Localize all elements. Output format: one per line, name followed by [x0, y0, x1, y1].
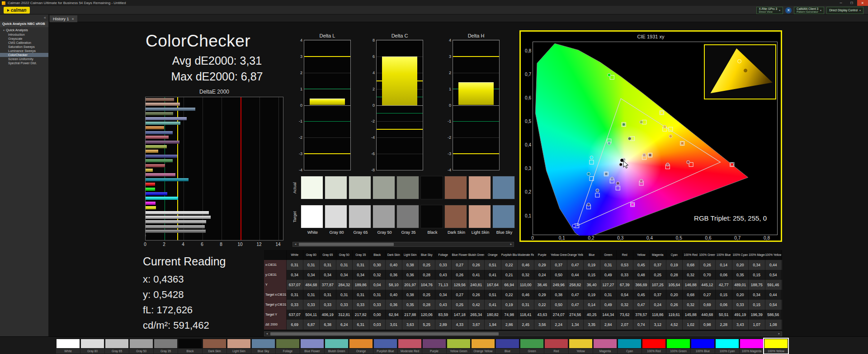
- sidebar-item-cms-calibration[interactable]: CMS Calibration: [0, 41, 48, 45]
- strip-swatch-blue[interactable]: Blue: [495, 339, 519, 354]
- table-cell: 491,19: [732, 310, 749, 320]
- sidebar-item-spectral-power-dist-[interactable]: Spectral Power Dist.: [0, 61, 48, 65]
- scroll-left-arrow[interactable]: ◄: [264, 332, 269, 336]
- strip-swatch-magenta[interactable]: Magenta: [593, 339, 617, 354]
- table-cell: 0,35: [402, 300, 419, 310]
- table-cell: 0,28: [419, 300, 435, 310]
- tab-close-icon[interactable]: ×: [72, 17, 74, 21]
- strip-swatch-gray-35[interactable]: Gray 35: [154, 339, 178, 354]
- pattern-generator-selector[interactable]: CalMAN Client 3 Pattern Generator ▾: [794, 7, 824, 14]
- strip-swatch-orange-yellow[interactable]: Orange Yellow: [471, 339, 495, 354]
- scroll-right-arrow[interactable]: ►: [777, 332, 782, 336]
- scroll-thumb[interactable]: [299, 243, 394, 246]
- sidebar-item-saturation-sweeps[interactable]: Saturation Sweeps: [0, 45, 48, 49]
- window-controls: ─ ☐ ✕: [835, 0, 868, 6]
- scroll-thumb[interactable]: [270, 332, 499, 335]
- strip-swatch-white[interactable]: White: [56, 339, 80, 354]
- close-button[interactable]: ✕: [857, 0, 868, 6]
- scroll-track[interactable]: [298, 242, 509, 246]
- strip-swatch-light-skin[interactable]: Light Skin: [227, 339, 251, 354]
- strip-swatch-100-cyan[interactable]: 100% Cyan: [715, 339, 739, 354]
- sidebar-root-node[interactable]: ▾ Quick Analysis: [0, 27, 48, 33]
- strip-swatch-color: [349, 339, 373, 349]
- display-control-selector[interactable]: Direct Display Control ▾: [826, 7, 863, 14]
- strip-swatch-color: [495, 339, 519, 349]
- collapse-sidebar-icon[interactable]: «: [44, 15, 46, 20]
- strip-swatch-100-magenta[interactable]: 100% Magenta: [740, 339, 764, 354]
- minimize-button[interactable]: ─: [835, 0, 846, 6]
- table-cell: 1,34: [567, 320, 584, 330]
- sidebar-item-introduction[interactable]: Introduction: [0, 33, 48, 37]
- strip-swatch-gray-50[interactable]: Gray 50: [129, 339, 153, 354]
- scroll-right-arrow[interactable]: ►: [509, 242, 514, 246]
- table-row-label: ΔE 2000: [264, 320, 287, 330]
- sidebar-item-luminance-sweeps[interactable]: Luminance Sweeps: [0, 49, 48, 53]
- table-cell: 3,01: [386, 320, 402, 330]
- strip-swatch-moderate-red[interactable]: Moderate Red: [398, 339, 422, 354]
- scroll-track[interactable]: [269, 332, 777, 336]
- strip-swatch-red[interactable]: Red: [544, 339, 568, 354]
- table-cell: 0,27: [452, 260, 468, 270]
- meter-mode: Direct View: [759, 10, 777, 14]
- strip-swatch-yellow-green[interactable]: Yellow Green: [447, 339, 471, 354]
- strip-swatch-bluish-green[interactable]: Bluish Green: [325, 339, 349, 354]
- table-cell: 74,98: [501, 310, 518, 320]
- table-cell: 0,34: [749, 290, 765, 300]
- strip-swatch-foliage[interactable]: Foliage: [276, 339, 300, 354]
- meter-selector[interactable]: X-Rite i1Pro 3 Direct View ▾: [756, 7, 783, 14]
- table-cell: 0,26: [468, 290, 485, 300]
- strip-swatch-yellow[interactable]: Yellow: [569, 339, 593, 354]
- cie-y-tick-label: 0,2: [521, 189, 531, 194]
- strip-swatch-label: 100% Green: [666, 349, 690, 354]
- sidebar-top: «: [0, 14, 48, 21]
- vchart-gridline: [377, 40, 423, 41]
- strip-swatch-100-red[interactable]: 100% Red: [642, 339, 666, 354]
- table-col-header-orange: Orange: [485, 250, 501, 260]
- sidebar-item-grayscale[interactable]: Grayscale: [0, 37, 48, 41]
- patch-scrollbar[interactable]: ◄ ►: [292, 242, 514, 247]
- strip-swatch-label: Cyan: [618, 349, 642, 354]
- vchart-plot: [304, 40, 351, 170]
- table-cell: 0,33: [303, 300, 320, 310]
- deltae-bar-bluish-green: [146, 122, 180, 125]
- table-cell: 0,34: [435, 290, 452, 300]
- strip-swatch-orange[interactable]: Orange: [349, 339, 373, 354]
- vchart-bar: [382, 57, 417, 105]
- strip-swatch-100-blue[interactable]: 100% Blue: [691, 339, 715, 354]
- table-cell: 0,41: [485, 270, 501, 280]
- strip-swatch-cyan[interactable]: Cyan: [618, 339, 642, 354]
- table-cell: 0,26: [468, 260, 485, 270]
- deltae-bar-100-green: [146, 188, 155, 191]
- strip-swatch-black[interactable]: Black: [178, 339, 202, 354]
- strip-swatch-purple[interactable]: Purple: [422, 339, 446, 354]
- maximize-button[interactable]: ☐: [846, 0, 857, 6]
- scroll-left-arrow[interactable]: ◄: [293, 242, 298, 246]
- calman-logo[interactable]: calman: [4, 7, 30, 14]
- table-cell: 0,70: [699, 270, 716, 280]
- strip-swatch-purplish-blue[interactable]: Purplish Blue: [373, 339, 397, 354]
- table-cell: 66,94: [501, 280, 518, 290]
- strip-swatch-dark-skin[interactable]: Dark Skin: [203, 339, 226, 354]
- actual-swatch-gray-35: [396, 176, 419, 199]
- strip-swatch-100-yellow[interactable]: 100% Yellow: [764, 339, 788, 354]
- tab-history-1[interactable]: History 1 ×: [50, 15, 77, 22]
- table-scrollbar[interactable]: ◄ ►: [264, 331, 782, 336]
- strip-swatch-blue-sky[interactable]: Blue Sky: [251, 339, 275, 354]
- strip-swatch-gray-80[interactable]: Gray 80: [80, 339, 104, 354]
- sidebar-item-screen-uniformity[interactable]: Screen Uniformity: [0, 57, 48, 61]
- strip-swatch-green[interactable]: Green: [520, 339, 544, 354]
- cie-y-tick-label: 0,5: [521, 119, 531, 124]
- meter-badge[interactable]: X: [785, 7, 792, 14]
- pattern-generator-mode: Pattern Generator: [797, 10, 818, 14]
- sidebar-item-colorchecker[interactable]: ColorChecker: [0, 53, 48, 57]
- table-cell: 0,32: [617, 300, 633, 310]
- strip-swatch-color: [740, 339, 764, 349]
- table-cell: 6,69: [287, 320, 303, 330]
- table-row-x-cie31: x:CIE310,310,310,310,310,310,300,400,380…: [264, 260, 782, 270]
- table-cell: 104,76: [419, 280, 435, 290]
- strip-swatch-gray-65[interactable]: Gray 65: [105, 339, 129, 354]
- strip-swatch-blue-flower[interactable]: Blue Flower: [300, 339, 324, 354]
- strip-swatch-100-green[interactable]: 100% Green: [666, 339, 690, 354]
- table-cell: 0,29: [534, 290, 551, 300]
- table-col-header-100-cyan: 100% Cyan: [732, 250, 749, 260]
